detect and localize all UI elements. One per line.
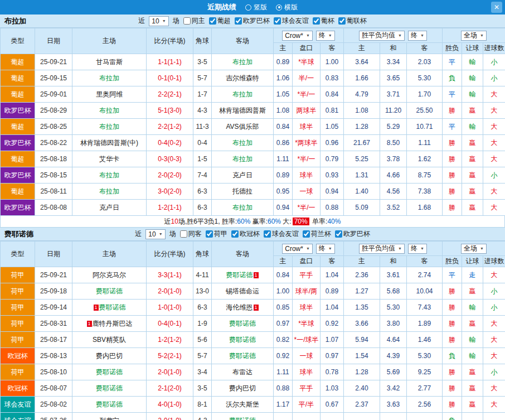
checkbox-input[interactable] xyxy=(183,17,191,25)
match-date: 25-08-29 xyxy=(35,103,72,119)
match-date: 25-09-18 xyxy=(35,283,72,300)
checkbox-input[interactable] xyxy=(235,17,242,25)
team-name: 托德拉 xyxy=(232,187,252,195)
checkbox-input[interactable] xyxy=(209,17,216,25)
away-team: 费耶诺德 xyxy=(212,413,274,420)
result-wdl: 勝 xyxy=(443,300,462,316)
radio-vertical-layout[interactable]: 竖版 xyxy=(245,3,267,12)
team-name: 费内巴切 xyxy=(96,352,123,360)
asian-handicap: 球半/两 xyxy=(293,283,321,300)
dropdown-value: 终 xyxy=(411,31,417,40)
close-icon[interactable]: ✕ xyxy=(491,2,502,13)
match-score: 2-1(2-0) xyxy=(147,380,193,397)
checkbox-input[interactable] xyxy=(180,230,187,238)
team-name: 克卢日 xyxy=(232,171,252,179)
league-filter-checkbox[interactable]: 欧冠杯 xyxy=(231,229,260,239)
dropdown-value: 终 xyxy=(319,31,326,40)
league-filter-checkbox[interactable]: 欧罗巴杯 xyxy=(235,16,270,26)
scope-select[interactable]: 全场 ▼ xyxy=(461,244,487,254)
result-handicap: 輸 xyxy=(462,86,483,103)
result-handicap: 贏 xyxy=(462,380,483,397)
europe-draw-odds: 4.66 xyxy=(380,167,407,184)
europe-stage-select[interactable]: 终 ▼ xyxy=(408,31,427,41)
asian-handicap: *一/球半 xyxy=(293,332,321,348)
asian-away-odds: 0.83 xyxy=(321,70,344,86)
checkbox-input[interactable] xyxy=(274,17,281,25)
checkbox-input[interactable] xyxy=(338,17,346,25)
same-venue-checkbox[interactable]: 同客 xyxy=(180,229,202,239)
scope-select[interactable]: 全场 ▼ xyxy=(461,31,487,41)
league-filter-checkbox[interactable]: 荷兰杯 xyxy=(303,229,331,239)
league-filter-checkbox[interactable]: 欧罗巴杯 xyxy=(335,229,370,239)
match-score: 0-4(0-2) xyxy=(147,135,193,151)
league-filter-checkbox[interactable]: 荷甲 xyxy=(206,229,227,239)
europe-draw-odds: 11.20 xyxy=(380,103,407,119)
away-team: 吉尔维森特 xyxy=(212,70,274,86)
col-handicap: 盘口 xyxy=(293,43,321,54)
checkbox-input[interactable] xyxy=(335,230,342,238)
team-name: 费内巴切 xyxy=(229,384,256,392)
asian-away-odds: 0.67 xyxy=(321,397,344,413)
result-goals: 大 xyxy=(483,316,505,332)
col-type: 类型 xyxy=(1,242,35,267)
corner-score: 4-3 xyxy=(193,413,212,420)
asian-home-odds: 1.11 xyxy=(274,151,293,167)
europe-draw-odds: 4.64 xyxy=(380,332,407,348)
red-card-badge: 1 xyxy=(94,305,99,311)
near-label: 近 xyxy=(138,16,145,26)
league-filter-checkbox[interactable]: 葡杯 xyxy=(313,16,334,26)
europe-home-odds: 2.37 xyxy=(344,397,380,413)
team-name: 列弗宁 xyxy=(99,417,119,420)
col-europe-away: 客 xyxy=(407,256,443,267)
league-filter-checkbox[interactable]: 球会友谊 xyxy=(274,16,309,26)
bookmaker-select[interactable]: Crow* ▼ xyxy=(282,31,313,41)
result-goals: 大 xyxy=(483,103,505,119)
league-type-badge: 欧冠杯 xyxy=(1,348,35,364)
result-goals: 大 xyxy=(483,119,505,135)
checkbox-input[interactable] xyxy=(303,230,310,238)
asian-home-odds: 1.11 xyxy=(274,364,293,380)
league-filter-checkbox[interactable]: 葡联杯 xyxy=(338,16,367,26)
league-filter-checkbox[interactable]: 葡超 xyxy=(209,16,231,26)
europe-home-odds xyxy=(344,413,380,420)
europe-draw-odds: 3.52 xyxy=(380,200,407,216)
checkbox-input[interactable] xyxy=(313,17,320,25)
match-count-select[interactable]: 10 ▼ xyxy=(145,229,165,239)
chevron-down-icon: ▼ xyxy=(420,247,424,250)
corner-score: 5-7 xyxy=(193,70,212,86)
europe-home-odds: 2.36 xyxy=(344,267,380,283)
bookmaker-select[interactable]: Crow* ▼ xyxy=(282,244,313,254)
filter-group: 近 10 ▼ 场 同客 荷甲欧冠杯球会友谊荷兰杯欧罗巴杯 xyxy=(135,229,370,239)
checkbox-input[interactable] xyxy=(231,230,239,238)
corner-score: 4-11 xyxy=(193,267,212,283)
europe-away-odds: 5.30 xyxy=(407,70,443,86)
radio-horizontal-layout[interactable]: 横版 xyxy=(276,3,298,12)
asian-handicap: 一球 xyxy=(293,184,321,200)
europe-odds-select[interactable]: 胜平负均值 ▼ xyxy=(359,31,405,41)
corner-score: 1-5 xyxy=(193,151,212,167)
europe-draw-odds: 5.30 xyxy=(380,300,407,316)
team-section-braga: 布拉加 近 10 ▼ 场 同主 葡超欧罗巴杯球会友谊葡杯葡联杯 类型 日期 xyxy=(0,15,505,228)
europe-stage-select[interactable]: 终 ▼ xyxy=(408,244,427,254)
odds-stage-select[interactable]: 终 ▼ xyxy=(316,244,335,254)
same-venue-label: 同主 xyxy=(192,16,205,26)
away-team: 费耶诺德 xyxy=(212,332,274,348)
col-asian-home: 主 xyxy=(274,43,293,54)
result-handicap: 輸 xyxy=(462,348,483,364)
match-count-select[interactable]: 10 ▼ xyxy=(149,16,168,26)
match-row: 荷甲25-09-141费耶诺德1-0(1-0)6-3海伦维恩10.85球半1.0… xyxy=(1,300,505,316)
chevron-down-icon: ▼ xyxy=(159,232,163,236)
europe-home-odds: 5.09 xyxy=(344,200,380,216)
team-name: 林肯瑞德因普斯(中) xyxy=(80,139,138,147)
checkbox-input[interactable] xyxy=(264,230,271,238)
odds-stage-select[interactable]: 终 ▼ xyxy=(316,31,335,41)
league-filter-checkbox[interactable]: 球会友谊 xyxy=(264,229,299,239)
match-date: 25-09-14 xyxy=(35,300,72,316)
checkbox-input[interactable] xyxy=(206,230,213,238)
same-venue-checkbox[interactable]: 同主 xyxy=(183,16,205,26)
filter-bar: 布拉加 近 10 ▼ 场 同主 葡超欧罗巴杯球会友谊葡杯葡联杯 xyxy=(0,15,505,28)
league-type-badge: 葡超 xyxy=(1,151,35,167)
europe-odds-select[interactable]: 胜平负均值 ▼ xyxy=(359,244,405,254)
asian-away-odds: 0.94 xyxy=(321,184,344,200)
team-name: 费耶诺德 xyxy=(229,417,256,420)
